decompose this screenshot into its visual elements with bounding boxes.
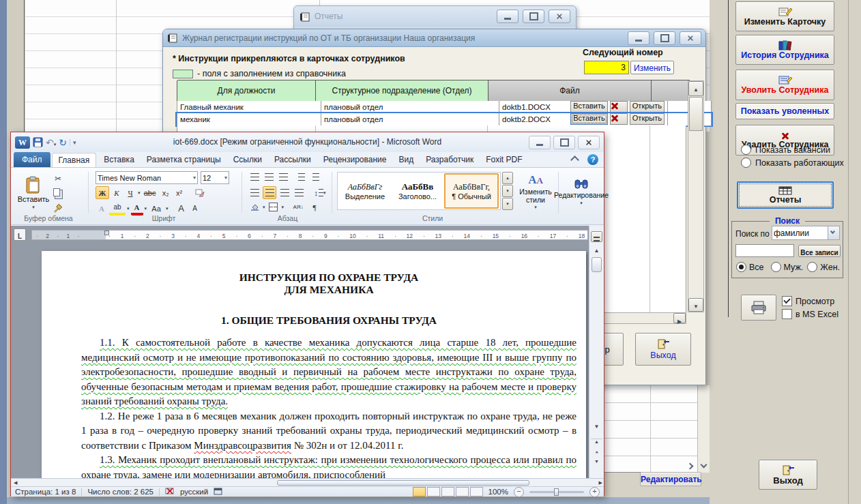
font-name-select[interactable]: Times New Roman▾ xyxy=(96,171,198,184)
outline-view-button[interactable] xyxy=(456,487,469,496)
editing-button[interactable]: Редактирование ▾ xyxy=(561,171,602,212)
minimize-button[interactable] xyxy=(497,10,519,23)
grow-font-button[interactable]: А xyxy=(175,203,188,214)
tab-file[interactable]: Файл xyxy=(14,152,50,167)
radio-working[interactable]: Показать работающих xyxy=(741,158,844,168)
radio-male[interactable] xyxy=(771,262,781,272)
web-view-button[interactable] xyxy=(441,487,454,496)
change-number-button[interactable]: Изменить xyxy=(630,61,674,74)
subscript-button[interactable]: x₂ xyxy=(160,187,172,198)
styles-more-button[interactable]: ▾ xyxy=(502,198,513,210)
maximize-button[interactable] xyxy=(654,31,675,45)
radio-all[interactable] xyxy=(736,262,746,272)
edit-record-button[interactable]: Редактировать xyxy=(640,472,701,486)
shading-button[interactable] xyxy=(248,201,261,213)
dialog-titlebar[interactable]: Журнал регистрации инструкций по ОТ и ТБ… xyxy=(163,29,705,47)
increase-indent-button[interactable] xyxy=(310,171,322,183)
scroll-down-button[interactable]: ▼ xyxy=(591,424,602,432)
tab-page-layout[interactable]: Разметка страницы xyxy=(141,153,227,166)
show-dismissed-button[interactable]: Показать уволенных xyxy=(735,103,834,119)
doc-vscrollbar[interactable]: ▲ ▼ ▲ ● ▼ xyxy=(589,226,604,478)
line-spacing-button[interactable]: ↕▾ xyxy=(311,187,329,198)
tab-mailings[interactable]: Рассылки xyxy=(268,153,317,166)
scroll-up-button[interactable]: ▲ xyxy=(688,81,703,96)
numbering-button[interactable] xyxy=(263,171,275,183)
dismiss-button[interactable]: Уволить Сотрудника xyxy=(735,70,834,100)
collapse-ribbon-icon[interactable] xyxy=(570,155,579,164)
chevron-down-icon[interactable] xyxy=(701,462,707,469)
bullets-button[interactable] xyxy=(248,171,261,183)
close-button[interactable] xyxy=(549,10,570,23)
ruler[interactable]: · 2 · 1 · · 1 · 2 · 3 · 4 · 5 · 6 · 7 · … xyxy=(31,230,588,240)
font-size-select[interactable]: 12▾ xyxy=(201,171,229,184)
scroll-left-button[interactable]: ◀ xyxy=(11,480,20,486)
delete-file-button[interactable] xyxy=(610,101,628,113)
history-button[interactable]: История Сотрудника xyxy=(735,35,834,65)
tab-developer[interactable]: Разработчик xyxy=(420,153,480,166)
chevron-down-icon[interactable]: ▾ xyxy=(166,206,169,211)
change-case-button[interactable]: Aa xyxy=(148,203,164,214)
bold-button[interactable]: Ж xyxy=(96,186,109,199)
document-area[interactable]: ИНСТРУКЦИЯ ПО ОХРАНЕ ТРУДА ДЛЯ МЕХАНИКА … xyxy=(11,244,589,478)
scroll-thumb[interactable] xyxy=(689,97,703,131)
minimize-button[interactable] xyxy=(529,136,551,149)
align-right-button[interactable] xyxy=(278,187,291,198)
justify-button[interactable] xyxy=(293,187,305,198)
highlight-color-button[interactable]: ab xyxy=(109,201,126,216)
copy-button[interactable] xyxy=(53,188,60,196)
underline-button[interactable]: Ч xyxy=(124,187,136,198)
tab-home[interactable]: Главная xyxy=(52,153,97,167)
style-card-emphasis[interactable]: АаБбВвГг Выделение xyxy=(339,175,391,207)
grid-vscrollbar[interactable] xyxy=(697,385,710,473)
tab-view[interactable]: Вид xyxy=(392,153,420,166)
print-layout-view-button[interactable] xyxy=(413,487,426,496)
styles-scroll-up-button[interactable]: ▴ xyxy=(502,172,513,184)
status-page[interactable]: Страница: 1 из 8 xyxy=(15,488,76,496)
zoom-out-button[interactable]: − xyxy=(514,487,524,497)
scroll-thumb[interactable] xyxy=(277,480,529,486)
next-page-button[interactable]: ▼ xyxy=(591,459,602,468)
help-button[interactable]: ? xyxy=(587,154,598,165)
reports-titlebar[interactable]: Отчеты xyxy=(294,6,576,27)
select-browse-object-button[interactable]: ● xyxy=(591,449,602,458)
cut-button[interactable]: ✂ xyxy=(52,173,64,184)
zoom-slider[interactable] xyxy=(529,491,584,493)
excel-checkbox[interactable]: в MS Excel xyxy=(782,309,838,319)
insert-file-button-focused[interactable]: Вставить xyxy=(570,113,608,125)
table-vscrollbar[interactable]: ▲ ▼ xyxy=(688,80,704,312)
italic-button[interactable]: К xyxy=(111,187,123,198)
search-by-select[interactable]: фамилии xyxy=(772,226,840,240)
status-zoom-level[interactable]: 100% xyxy=(488,488,508,496)
superscript-button[interactable]: x² xyxy=(173,187,186,198)
tab-selector[interactable]: L xyxy=(14,228,26,241)
open-file-button[interactable]: Открыть xyxy=(630,113,665,125)
draft-view-button[interactable] xyxy=(470,487,483,496)
multilevel-list-button[interactable] xyxy=(277,171,289,183)
strikethrough-button[interactable]: abc xyxy=(142,187,158,198)
style-card-heading[interactable]: АаБбВв Заголово... xyxy=(392,175,443,207)
fullscreen-view-button[interactable] xyxy=(427,487,440,496)
radio-icon[interactable] xyxy=(741,145,751,155)
reports-button[interactable]: Отчеты xyxy=(737,181,834,209)
radio-vacancies[interactable]: Показать вакансии xyxy=(741,145,830,155)
sidebar-exit-button[interactable]: Выход xyxy=(759,460,817,490)
radio-icon[interactable] xyxy=(741,158,751,168)
tab-review[interactable]: Рецензирование xyxy=(317,153,393,166)
radio-female[interactable] xyxy=(807,262,817,272)
zoom-slider-thumb[interactable] xyxy=(554,488,559,496)
decrease-indent-button[interactable] xyxy=(295,171,308,183)
tab-insert[interactable]: Вставка xyxy=(98,153,141,166)
align-center-button[interactable] xyxy=(263,186,276,199)
show-paragraph-marks-button[interactable]: ¶ xyxy=(308,201,321,213)
tab-references[interactable]: Ссылки xyxy=(227,153,268,166)
paste-button[interactable]: Вставить ▾ xyxy=(18,172,49,214)
chevron-down-icon[interactable]: ▾ xyxy=(127,206,130,211)
format-painter-button[interactable] xyxy=(53,203,62,213)
minimize-button[interactable] xyxy=(628,31,650,45)
scroll-down-button[interactable]: ▼ xyxy=(688,298,703,312)
chevron-down-icon[interactable]: ▾ xyxy=(145,206,147,211)
insert-file-button[interactable]: Вставить xyxy=(570,101,608,113)
scroll-right-button[interactable]: ▶ xyxy=(599,480,602,486)
document-page[interactable]: ИНСТРУКЦИЯ ПО ОХРАНЕ ТРУДА ДЛЯ МЕХАНИКА … xyxy=(42,251,586,478)
table-row-selected[interactable]: механик плановый отдел doktb2.DOCX Встав… xyxy=(177,113,712,125)
